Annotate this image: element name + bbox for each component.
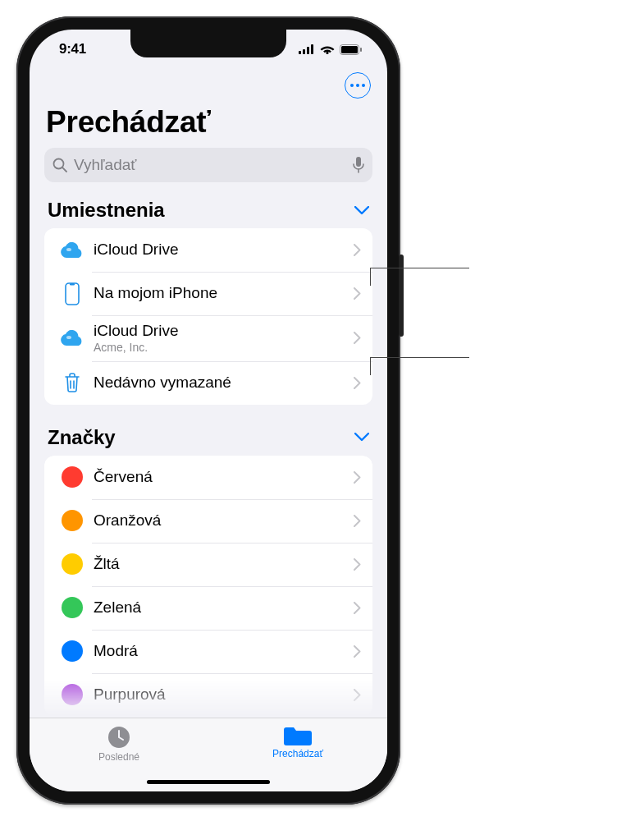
location-row-icloud-drive[interactable]: iCloud Drive <box>44 228 372 272</box>
locations-section-header[interactable]: Umiestnenia <box>44 199 372 228</box>
svg-point-8 <box>356 84 359 87</box>
tag-row[interactable]: Modrá <box>44 630 372 673</box>
mic-icon[interactable] <box>353 157 364 173</box>
tag-row[interactable]: Purpurová <box>44 673 372 717</box>
cloud-icon <box>57 242 87 259</box>
location-label: iCloud Drive <box>94 241 354 259</box>
tag-label: Modrá <box>94 642 354 661</box>
more-button[interactable] <box>345 72 371 99</box>
tag-dot-icon <box>57 466 87 488</box>
location-label: Na mojom iPhone <box>94 284 354 303</box>
tag-row[interactable]: Žltá <box>44 543 372 586</box>
tag-dot-icon <box>57 640 87 662</box>
callout-line <box>371 357 469 358</box>
svg-rect-15 <box>66 283 79 305</box>
tag-label: Červená <box>94 468 354 487</box>
svg-point-17 <box>66 336 71 339</box>
chevron-right-icon <box>354 515 361 527</box>
chevron-right-icon <box>354 244 361 256</box>
chevron-right-icon <box>354 645 361 658</box>
svg-rect-16 <box>70 283 75 286</box>
search-icon <box>53 158 67 172</box>
tags-title: Značky <box>48 426 116 449</box>
search-input[interactable]: Vyhľadať <box>44 148 372 182</box>
tag-label: Žltá <box>94 555 354 574</box>
battery-icon <box>340 44 363 55</box>
tag-label: Purpurová <box>94 686 354 704</box>
location-label: iCloud Drive <box>94 322 354 341</box>
svg-point-7 <box>350 84 354 87</box>
location-sublabel: Acme, Inc. <box>94 341 354 355</box>
svg-rect-6 <box>360 48 362 52</box>
tags-list: Červená Oranžová Žltá <box>44 456 372 717</box>
locations-title: Umiestnenia <box>48 199 165 222</box>
tag-dot-icon <box>57 684 87 705</box>
tab-label: Posledné <box>98 751 139 763</box>
chevron-right-icon <box>354 471 361 484</box>
clock-icon <box>107 725 131 750</box>
page-title: Prechádzať <box>44 102 372 148</box>
svg-rect-5 <box>341 46 358 53</box>
home-indicator[interactable] <box>147 780 270 784</box>
tag-row[interactable]: Zelená <box>44 586 372 630</box>
location-row-icloud-drive-acme[interactable]: iCloud Drive Acme, Inc. <box>44 315 372 361</box>
svg-line-11 <box>62 167 66 172</box>
tag-label: Oranžová <box>94 511 354 530</box>
tab-label: Prechádzať <box>272 748 323 759</box>
location-row-on-my-iphone[interactable]: Na mojom iPhone <box>44 272 372 315</box>
svg-point-14 <box>66 248 71 251</box>
location-row-recently-deleted[interactable]: Nedávno vymazané <box>44 361 372 405</box>
tag-dot-icon <box>57 553 87 575</box>
chevron-right-icon <box>354 689 361 701</box>
svg-rect-12 <box>356 157 361 167</box>
chevron-right-icon <box>354 287 361 300</box>
tag-label: Zelená <box>94 599 354 617</box>
chevron-down-icon <box>354 433 369 442</box>
search-placeholder: Vyhľadať <box>74 156 346 174</box>
svg-rect-2 <box>307 47 309 54</box>
cellular-icon <box>299 44 315 54</box>
location-label: Nedávno vymazané <box>94 374 354 392</box>
chevron-down-icon <box>354 206 369 215</box>
status-time: 9:41 <box>59 41 86 57</box>
svg-rect-0 <box>299 51 301 54</box>
status-icons <box>299 44 363 55</box>
side-button <box>399 255 404 337</box>
trash-icon <box>57 372 87 393</box>
ellipsis-icon <box>350 84 365 87</box>
iphone-icon <box>57 282 87 305</box>
notch <box>130 30 286 57</box>
svg-point-9 <box>362 84 365 87</box>
svg-rect-3 <box>311 44 313 54</box>
tag-row[interactable]: Červená <box>44 456 372 499</box>
tag-dot-icon <box>57 597 87 618</box>
chevron-right-icon <box>354 377 361 389</box>
cloud-icon <box>57 330 87 346</box>
tags-section-header[interactable]: Značky <box>44 426 372 456</box>
svg-rect-1 <box>303 49 305 54</box>
wifi-icon <box>320 44 335 54</box>
tag-dot-icon <box>57 510 87 531</box>
chevron-right-icon <box>354 558 361 571</box>
tag-row[interactable]: Oranžová <box>44 499 372 543</box>
callout-line <box>371 268 469 268</box>
folder-icon <box>284 725 312 746</box>
chevron-right-icon <box>354 332 361 344</box>
locations-list: iCloud Drive Na mojom iPhone <box>44 228 372 405</box>
device-frame: 9:41 Prechádzať Vyhľadať <box>16 16 400 805</box>
chevron-right-icon <box>354 602 361 614</box>
